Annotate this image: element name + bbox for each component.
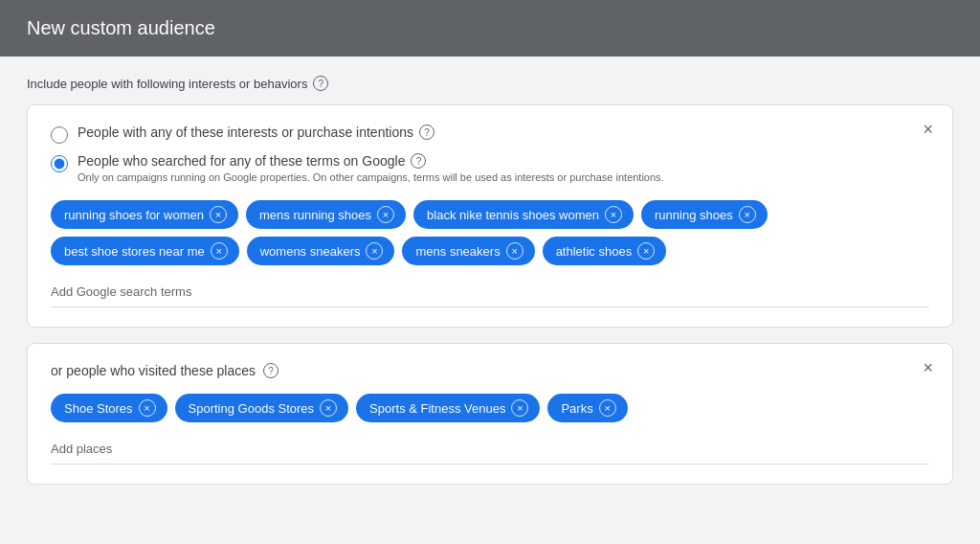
tag-remove-button[interactable]: × bbox=[320, 399, 337, 417]
places-help-icon[interactable]: ? bbox=[263, 363, 278, 378]
tag-label: best shoe stores near me bbox=[64, 244, 205, 259]
tag-label: black nike tennis shoes women bbox=[427, 208, 599, 222]
tag-label: Parks bbox=[561, 401, 592, 416]
radio1-label: People with any of these interests or pu… bbox=[78, 125, 413, 140]
tag-remove-button[interactable]: × bbox=[366, 242, 383, 260]
places-tags: Shoe Stores×Sporting Goods Stores×Sports… bbox=[51, 394, 929, 422]
add-places-button[interactable]: Add places bbox=[51, 438, 929, 465]
tag-remove-button[interactable]: × bbox=[511, 399, 528, 417]
tag-remove-button[interactable]: × bbox=[210, 206, 227, 223]
radio2-help-icon[interactable]: ? bbox=[411, 153, 426, 169]
search-term-tag: running shoes× bbox=[641, 200, 768, 229]
tag-label: running shoes for women bbox=[64, 208, 204, 222]
main-content: Include people with following interests … bbox=[0, 57, 980, 519]
interests-card: × People with any of these interests or … bbox=[27, 104, 953, 328]
search-term-tag: running shoes for women× bbox=[51, 200, 238, 229]
tag-remove-button[interactable]: × bbox=[739, 206, 756, 223]
card1-close-button[interactable]: × bbox=[919, 119, 937, 140]
search-term-tag: athletic shoes× bbox=[543, 237, 667, 265]
places-card: × or people who visited these places ? S… bbox=[27, 343, 953, 485]
tag-remove-button[interactable]: × bbox=[506, 242, 523, 260]
page-header: New custom audience bbox=[0, 0, 980, 57]
search-term-tag: mens sneakers× bbox=[402, 237, 534, 265]
places-subtitle: or people who visited these places ? bbox=[51, 363, 929, 378]
section-help-icon[interactable]: ? bbox=[313, 76, 328, 91]
place-tag: Shoe Stores× bbox=[51, 394, 167, 422]
tag-remove-button[interactable]: × bbox=[599, 399, 616, 417]
add-search-terms-button[interactable]: Add Google search terms bbox=[51, 281, 929, 307]
section-label-text: Include people with following interests … bbox=[27, 77, 307, 91]
place-tag: Sports & Fitness Venues× bbox=[356, 394, 540, 422]
section-label: Include people with following interests … bbox=[27, 76, 953, 91]
places-subtitle-text: or people who visited these places bbox=[51, 363, 256, 378]
tag-label: mens running shoes bbox=[259, 208, 371, 222]
tag-remove-button[interactable]: × bbox=[211, 242, 228, 260]
tag-label: Sporting Goods Stores bbox=[189, 401, 315, 416]
tag-remove-button[interactable]: × bbox=[139, 399, 156, 417]
search-term-tag: best shoe stores near me× bbox=[51, 237, 239, 265]
tag-remove-button[interactable]: × bbox=[605, 206, 622, 223]
tag-label: running shoes bbox=[655, 208, 733, 222]
radio-search[interactable] bbox=[51, 155, 68, 172]
radio2-sublabel: Only on campaigns running on Google prop… bbox=[78, 170, 664, 185]
tag-label: womens sneakers bbox=[260, 244, 361, 259]
radio-interests[interactable] bbox=[51, 126, 68, 144]
card2-close-button[interactable]: × bbox=[919, 357, 937, 378]
radio-group: People with any of these interests or pu… bbox=[51, 125, 929, 185]
radio1-help-icon[interactable]: ? bbox=[419, 125, 434, 140]
tag-label: Shoe Stores bbox=[64, 401, 133, 416]
tag-label: mens sneakers bbox=[415, 244, 500, 259]
tag-label: athletic shoes bbox=[556, 244, 633, 259]
tag-remove-button[interactable]: × bbox=[637, 242, 655, 260]
tag-remove-button[interactable]: × bbox=[377, 206, 394, 223]
search-term-tag: black nike tennis shoes women× bbox=[413, 200, 634, 229]
search-term-tag: womens sneakers× bbox=[247, 237, 395, 265]
radio2-label: People who searched for any of these ter… bbox=[78, 153, 405, 169]
tag-label: Sports & Fitness Venues bbox=[369, 401, 505, 416]
page-title: New custom audience bbox=[27, 17, 953, 39]
search-terms-tags: running shoes for women×mens running sho… bbox=[51, 200, 929, 265]
radio-option-interests[interactable]: People with any of these interests or pu… bbox=[51, 125, 929, 144]
search-term-tag: mens running shoes× bbox=[246, 200, 406, 229]
place-tag: Sporting Goods Stores× bbox=[175, 394, 349, 422]
radio-option-search[interactable]: People who searched for any of these ter… bbox=[51, 153, 929, 185]
place-tag: Parks× bbox=[547, 394, 627, 422]
